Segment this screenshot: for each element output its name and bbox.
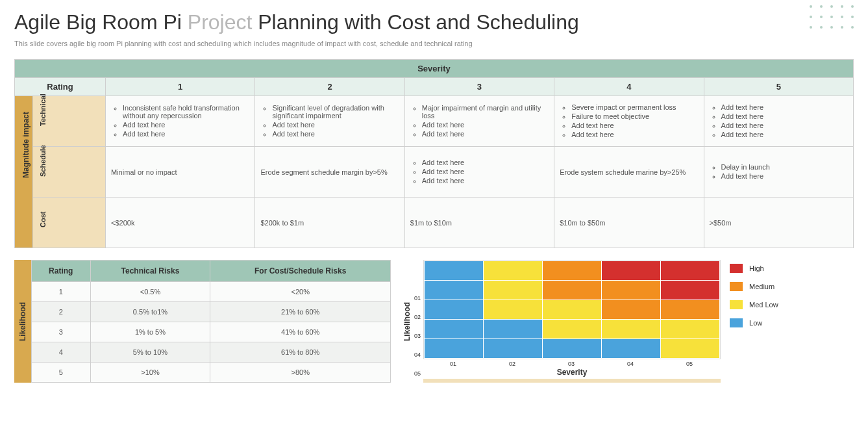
table-row: 20.5% to1%21% to 60%: [32, 302, 391, 322]
heatmap-yticks: 0102030405: [414, 288, 421, 383]
cell-technical-2: Significant level of degradation with si…: [255, 96, 404, 147]
schedule-row-label: Schedule: [33, 147, 106, 198]
lk-hdr-rating: Rating: [32, 261, 91, 282]
heatmap-cell: [602, 339, 660, 358]
heatmap-xticks: 0102030405: [423, 361, 721, 367]
cell-cost-4: $10m to $50m: [554, 198, 704, 248]
cell-schedule-4: Erode system schedule marine by>25%: [554, 147, 704, 198]
legend-row: High: [730, 264, 778, 273]
legend-row: Low: [730, 318, 778, 327]
title-post: Planning with Cost and Scheduling: [252, 10, 578, 34]
heatmap: Likelihood 0102030405 0102030405 Severit…: [403, 260, 854, 383]
legend-swatch: [730, 264, 743, 273]
heatmap-cell: [425, 320, 483, 338]
cell-schedule-3: Add text hereAdd text hereAdd text here: [404, 147, 554, 198]
col-1: 1: [106, 78, 255, 96]
heatmap-cell: [661, 320, 719, 338]
cell-cost-2: $200k to $1m: [255, 198, 404, 248]
cell-cost-1: <$200k: [106, 198, 255, 248]
heatmap-cell: [484, 339, 542, 358]
page-subtitle: This slide covers agile big room Pi plan…: [14, 40, 854, 47]
heatmap-cell: [425, 281, 483, 300]
heatmap-cell: [602, 261, 660, 280]
heatmap-cell: [602, 320, 660, 338]
cell-technical-3: Major impairment of margin and utility l…: [404, 96, 554, 147]
heatmap-cell: [543, 320, 601, 338]
title-accent: Project: [188, 10, 253, 34]
lk-hdr-cost: For Cost/Schedule Risks: [210, 261, 391, 282]
col-4: 4: [554, 78, 704, 96]
col-5: 5: [704, 78, 853, 96]
legend-label: Med Low: [749, 301, 778, 309]
heatmap-cell: [425, 339, 483, 358]
legend-row: Medium: [730, 282, 778, 291]
heatmap-cell: [425, 261, 483, 280]
heatmap-bottom-bar: [423, 379, 721, 383]
cost-row-label: Cost: [33, 198, 106, 248]
severity-header: Severity: [15, 60, 854, 78]
legend-swatch: [730, 318, 743, 327]
title-pre: Agile Big Room Pi: [14, 10, 188, 34]
heatmap-ylabel: Likelihood: [403, 302, 412, 341]
magnitude-side-label: Magnitude impact: [15, 96, 33, 248]
heatmap-cell: [661, 281, 719, 300]
cell-technical-4: Severe impact or permanent lossFailure t…: [554, 96, 704, 147]
cell-cost-3: $1m to $10m: [404, 198, 554, 248]
decorative-dots: [810, 5, 856, 31]
table-row: 5>10%>80%: [32, 362, 391, 382]
heatmap-cell: [484, 261, 542, 280]
heatmap-cell: [543, 339, 601, 358]
likelihood-table: Rating Technical Risks For Cost/Schedule…: [31, 260, 391, 383]
table-row: 31% to 5%41% to 60%: [32, 322, 391, 342]
table-row: 1<0.5%<20%: [32, 282, 391, 302]
col-2: 2: [255, 78, 404, 96]
likelihood-side-label: Likelihood: [14, 260, 31, 383]
heatmap-cell: [484, 281, 542, 300]
cell-schedule-1: Minimal or no impact: [106, 147, 255, 198]
cell-technical-5: Add text hereAdd text hereAdd text hereA…: [704, 96, 853, 147]
cell-technical-1: Inconsistent safe hold transformation wi…: [106, 96, 255, 147]
col-3: 3: [404, 78, 554, 96]
heatmap-cell: [602, 300, 660, 319]
table-row: 45% to 10%61% to 80%: [32, 342, 391, 363]
heatmap-cell: [602, 281, 660, 300]
likelihood-tbody: 1<0.5%<20%20.5% to1%21% to 60%31% to 5%4…: [32, 282, 391, 383]
heatmap-cell: [543, 300, 601, 319]
heatmap-xlabel: Severity: [423, 368, 721, 377]
rating-header: Rating: [15, 78, 106, 96]
impact-matrix: Severity Rating 1 2 3 4 5 Magnitude impa…: [14, 59, 854, 248]
heatmap-cell: [661, 300, 719, 319]
legend-row: Med Low: [730, 300, 778, 309]
lk-hdr-tech: Technical Risks: [90, 261, 210, 282]
technical-row-label: Technical: [33, 96, 106, 147]
legend-label: High: [749, 264, 764, 272]
heatmap-legend: HighMediumMed LowLow: [730, 264, 778, 337]
cell-cost-5: >$50m: [704, 198, 853, 248]
page-title: Agile Big Room Pi Project Planning with …: [14, 10, 854, 34]
heatmap-cell: [543, 261, 601, 280]
cell-schedule-2: Erode segment schedule margin by>5%: [255, 147, 404, 198]
legend-swatch: [730, 282, 743, 291]
likelihood-table-wrap: Likelihood Rating Technical Risks For Co…: [14, 260, 391, 383]
heatmap-cell: [543, 281, 601, 300]
legend-label: Low: [749, 319, 762, 327]
heatmap-cell: [661, 339, 719, 358]
heatmap-cell: [484, 320, 542, 338]
legend-label: Medium: [749, 283, 775, 290]
heatmap-cell: [484, 300, 542, 319]
cell-schedule-5: Delay in launchAdd text here: [704, 147, 853, 198]
legend-swatch: [730, 300, 743, 309]
heatmap-grid: [423, 260, 721, 359]
heatmap-cell: [661, 261, 719, 280]
heatmap-cell: [425, 300, 483, 319]
